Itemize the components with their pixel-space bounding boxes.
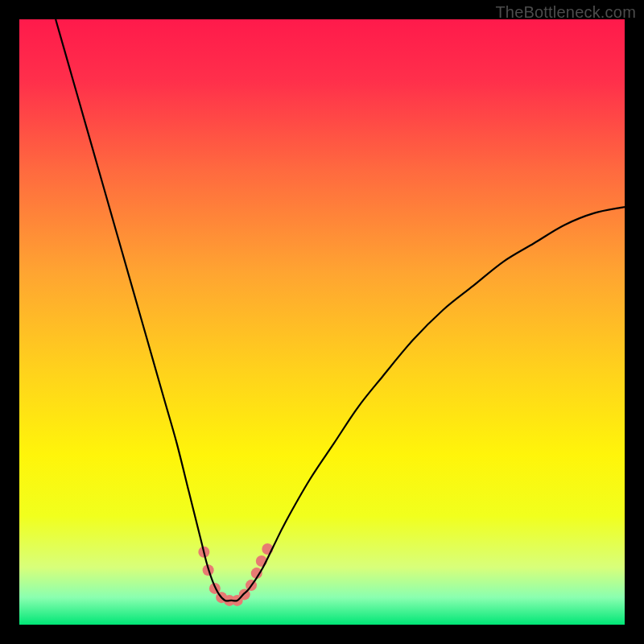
plot-area xyxy=(19,19,625,625)
watermark-text: TheBottleneck.com xyxy=(495,3,636,22)
curve-layer xyxy=(19,19,625,625)
outer-frame: TheBottleneck.com xyxy=(0,0,644,644)
bottleneck-curve xyxy=(56,19,625,601)
